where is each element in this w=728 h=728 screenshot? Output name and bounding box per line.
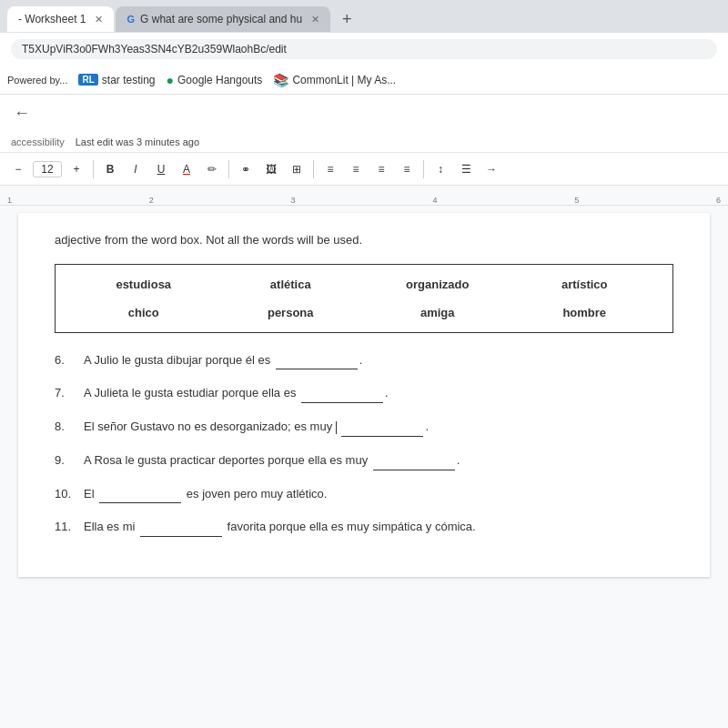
- exercise-10: 10. El es joven pero muy atlético.: [55, 485, 673, 504]
- align-center-button[interactable]: ≡: [345, 158, 367, 180]
- exercise-9-num: 9.: [55, 451, 80, 470]
- exercise-list: 6. A Julio le gusta dibujar porque él es…: [55, 351, 673, 538]
- accessibility-bar: accessibility Last edit was 3 minutes ag…: [0, 131, 728, 153]
- align-justify-button[interactable]: ≡: [396, 158, 418, 180]
- toolbar-minus-btn[interactable]: −: [7, 158, 29, 180]
- blank-9[interactable]: [373, 470, 455, 470]
- hangouts-icon: ●: [167, 73, 174, 87]
- commonlit-bookmark[interactable]: 📚 CommonLit | My As...: [273, 73, 396, 87]
- docs-toolbar: − 12 + B I U A ✏ ⚭ 🖼 ⊞ ≡ ≡ ≡ ≡ ↕ ☰: [0, 153, 728, 186]
- text-cursor: [336, 421, 337, 434]
- table-button[interactable]: ⊞: [286, 158, 308, 180]
- bold-button[interactable]: B: [99, 158, 121, 180]
- powered-by-text: Powered by...: [7, 75, 67, 86]
- toolbar-sep-2: [228, 160, 229, 178]
- ruler-mark-3: 3: [291, 196, 296, 205]
- exercise-8-num: 8.: [55, 418, 80, 437]
- ruler: 1 2 3 4 5 6: [0, 186, 728, 206]
- rl-bookmark[interactable]: RL star testing: [78, 74, 155, 86]
- highlight-button[interactable]: ✏: [201, 158, 223, 180]
- exercise-10-num: 10.: [55, 485, 80, 504]
- italic-button[interactable]: I: [125, 158, 147, 180]
- word-hombre: hombre: [511, 302, 659, 323]
- exercise-9-text: A Rosa le gusta practicar deportes porqu…: [84, 451, 460, 470]
- doc-content: adjective from the word box. Not all the…: [18, 213, 710, 577]
- bookmarks-bar: Powered by... RL star testing ● Google H…: [0, 66, 728, 95]
- image-button[interactable]: 🖼: [260, 158, 282, 180]
- browser-chrome: - Worksheet 1 ✕ G G what are some physic…: [0, 0, 728, 95]
- image-icon: 🖼: [266, 163, 277, 176]
- tab-google-close-icon[interactable]: ✕: [311, 14, 319, 25]
- exercise-8-text: El señor Gustavo no es desorganizado; es…: [84, 418, 429, 437]
- address-bar[interactable]: T5XUpViR3o0FWh3Yeas3SN4cYB2u359WlaohBc/e…: [11, 39, 717, 59]
- exercise-9: 9. A Rosa le gusta practicar deportes po…: [55, 451, 673, 470]
- powered-by-bookmark[interactable]: Powered by...: [7, 75, 67, 86]
- toolbar-sep-4: [423, 160, 424, 178]
- ruler-mark-2: 2: [149, 196, 154, 205]
- list-button[interactable]: ☰: [455, 158, 477, 180]
- blank-10[interactable]: [99, 502, 181, 503]
- line-height-button[interactable]: ↕: [430, 158, 451, 180]
- doc-page: adjective from the word box. Not all the…: [0, 206, 728, 728]
- docs-area: ← accessibility Last edit was 3 minutes …: [0, 95, 728, 728]
- font-size-input[interactable]: 12: [33, 161, 62, 177]
- blank-8[interactable]: [341, 436, 423, 437]
- word-box: estudiosa atlética organizado artístico …: [55, 264, 673, 333]
- last-edit-link[interactable]: Last edit was 3 minutes ago: [76, 136, 199, 147]
- align-left-button[interactable]: ≡: [319, 158, 341, 180]
- tab-worksheet-label: - Worksheet 1: [18, 13, 86, 25]
- exercise-6-num: 6.: [55, 351, 80, 370]
- accessibility-text: accessibility: [11, 136, 65, 147]
- tab-google-label: G what are some physical and hu: [140, 13, 302, 25]
- commonlit-label: CommonLit | My As...: [292, 74, 396, 86]
- exercise-11-num: 11.: [55, 518, 80, 537]
- align-right-button[interactable]: ≡: [370, 158, 392, 180]
- word-estudiosa: estudiosa: [70, 274, 217, 295]
- link-button[interactable]: ⚭: [235, 158, 257, 180]
- rl-badge: RL: [78, 74, 97, 86]
- google-icon: G: [126, 14, 135, 25]
- blank-6[interactable]: [276, 369, 358, 369]
- exercise-7-num: 7.: [55, 384, 80, 403]
- exercise-11-text: Ella es mi favorita porque ella es muy s…: [84, 518, 476, 537]
- google-hangouts-bookmark[interactable]: ● Google Hangouts: [167, 73, 263, 87]
- ruler-mark-4: 4: [432, 196, 437, 205]
- font-color-button[interactable]: A: [176, 158, 197, 180]
- exercise-7-text: A Julieta le gusta estudiar porque ella …: [84, 384, 389, 403]
- ruler-mark-6: 6: [716, 196, 721, 205]
- blank-7[interactable]: [301, 402, 383, 403]
- rl-label: star testing: [102, 74, 156, 86]
- tab-google[interactable]: G G what are some physical and hu ✕: [116, 6, 330, 32]
- list-icon: ☰: [461, 163, 471, 176]
- exercise-6: 6. A Julio le gusta dibujar porque él es…: [55, 351, 673, 370]
- plus-icon: +: [342, 10, 352, 29]
- docs-topbar: ←: [0, 95, 728, 131]
- address-bar-row: T5XUpViR3o0FWh3Yeas3SN4cYB2u359WlaohBc/e…: [0, 33, 728, 66]
- exercise-7: 7. A Julieta le gusta estudiar porque el…: [55, 384, 673, 403]
- toolbar-sep-1: [93, 160, 94, 178]
- address-text: T5XUpViR3o0FWh3Yeas3SN4cYB2u359WlaohBc/e…: [22, 43, 287, 56]
- book-icon: 📚: [273, 73, 288, 87]
- ruler-content: 1 2 3 4 5 6: [0, 196, 728, 205]
- toolbar-plus-btn[interactable]: +: [66, 158, 87, 180]
- instruction-text: adjective from the word box. Not all the…: [55, 231, 673, 249]
- ruler-mark-5: 5: [574, 196, 579, 205]
- link-icon: ⚭: [241, 163, 250, 176]
- back-arrow-icon: ←: [14, 104, 30, 123]
- tab-close-icon[interactable]: ✕: [95, 14, 103, 25]
- docs-back-arrow[interactable]: ←: [7, 98, 36, 127]
- tab-worksheet[interactable]: - Worksheet 1 ✕: [7, 6, 114, 32]
- blank-11[interactable]: [140, 536, 222, 537]
- ruler-mark-1: 1: [7, 196, 12, 205]
- exercise-10-text: El es joven pero muy atlético.: [84, 485, 327, 504]
- word-atletica: atlética: [217, 274, 365, 295]
- indent-button[interactable]: →: [480, 158, 502, 180]
- underline-button[interactable]: U: [150, 158, 172, 180]
- word-persona: persona: [217, 302, 365, 323]
- line-height-icon: ↕: [438, 163, 443, 176]
- new-tab-button[interactable]: +: [334, 6, 359, 32]
- toolbar-sep-3: [313, 160, 314, 178]
- word-organizado: organizado: [364, 274, 511, 295]
- exercise-8: 8. El señor Gustavo no es desorganizado;…: [55, 418, 673, 437]
- word-amiga: amiga: [364, 302, 511, 323]
